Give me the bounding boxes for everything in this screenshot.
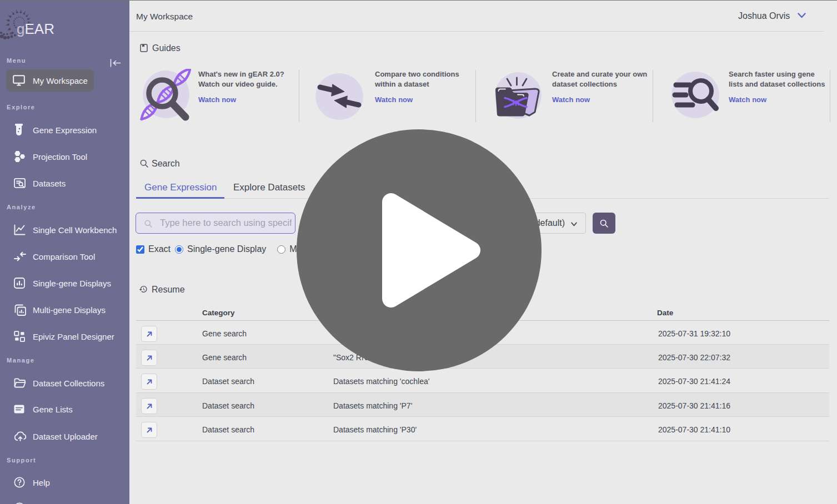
- svg-text:EAR: EAR: [25, 21, 54, 37]
- svg-text:g: g: [17, 21, 24, 37]
